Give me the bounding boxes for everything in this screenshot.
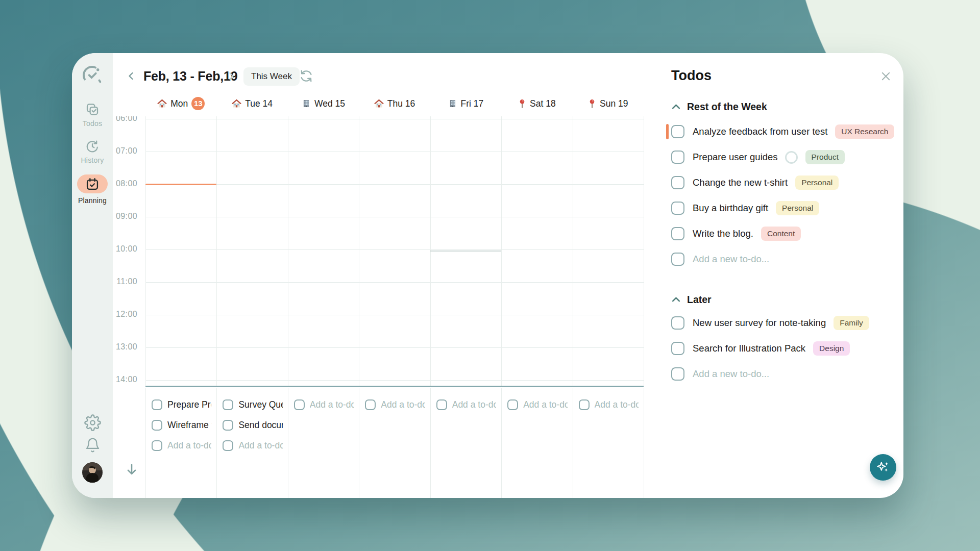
day-header-wed[interactable]: Wed 15 [288,96,359,111]
close-icon [880,70,892,82]
day-header-tue[interactable]: Tue 14 [216,96,287,111]
add-todo-placeholder: Add a new to-do... [693,254,769,265]
todo-checkbox[interactable] [671,253,684,266]
add-new-todo-row[interactable]: Add a new to-do... [671,251,902,268]
hour-gridline [145,282,644,283]
add-todo-placeholder: Add a new to-do... [693,368,769,380]
hour-gridline [145,184,644,185]
todo-checkbox[interactable] [671,176,684,189]
add-todo-row[interactable]: Add a to-do... [507,397,567,412]
todo-tag: Family [834,316,869,330]
add-todo-placeholder: Add a to-do... [452,399,496,410]
column-gridline [430,388,431,498]
todo-checkbox[interactable] [671,316,684,330]
todo-checkbox[interactable] [671,125,684,138]
home-icon [157,99,167,109]
todo-checkbox[interactable] [223,420,233,431]
column-gridline [145,116,146,386]
add-todo-placeholder: Add a to-do... [167,440,211,451]
todo-checkbox[interactable] [436,399,447,410]
section-header-rest-of-week[interactable]: Rest of the Week [671,99,767,114]
todo-item[interactable]: Write the blog.Content [671,225,902,242]
add-todo-row[interactable]: Add a to-do... [579,397,639,412]
notifications-button[interactable] [72,437,113,455]
day-label: Wed 15 [314,98,345,109]
todo-checkbox[interactable] [579,399,590,410]
todo-text: Buy a birthday gift [693,203,768,214]
day-header-sun[interactable]: Sun 19 [573,96,644,111]
timer-ring-icon [785,151,798,164]
todo-checkbox[interactable] [152,420,162,431]
column-gridline [644,388,644,498]
hour-gridline [145,217,644,217]
settings-button[interactable] [72,414,113,433]
avatar-photo [82,462,103,483]
day-todo-item[interactable]: Send docum... [223,418,282,432]
todos-panel-title: Todos [671,68,712,84]
day-todo-item[interactable]: Survey Ques... [223,397,282,412]
refresh-button[interactable] [299,68,314,85]
todo-text: Analyze feedback from user test [693,126,827,137]
todo-text: Send docum... [238,420,282,431]
todo-item[interactable]: Buy a birthday giftPersonal [671,199,902,217]
todo-checkbox[interactable] [365,399,376,410]
todo-checkbox[interactable] [152,440,162,451]
app-logo-icon [72,63,113,89]
hour-gridline [145,347,644,348]
todo-tag: UX Research [835,124,894,139]
add-todo-placeholder: Add a to-do... [381,399,425,410]
todo-checkbox[interactable] [507,399,518,410]
date-range-title: Feb, 13 - Feb,19 [143,69,237,84]
add-todo-row[interactable]: Add a to-do... [294,397,354,412]
this-week-button[interactable]: This Week [243,67,300,86]
prev-week-button[interactable] [125,70,137,84]
desktop-background: { "sidebar": { "items": [ {"label": "Tod… [0,0,980,551]
todo-item[interactable]: Analyze feedback from user testUX Resear… [671,123,902,140]
time-label: 06:00 [72,116,137,123]
day-label: Mon [170,98,188,109]
add-todo-row[interactable]: Add a to-do... [152,438,211,453]
todo-checkbox[interactable] [671,342,684,355]
day-todo-item[interactable]: Wireframe f... [152,418,211,432]
app-window: Todos History Planning [72,53,903,498]
time-label: 07:00 [72,146,137,156]
todo-item[interactable]: Prepare user guidesProduct [671,148,902,166]
day-header-thu[interactable]: Thu 16 [359,96,430,111]
day-todo-item[interactable]: Prepare Pres... [152,397,211,412]
day-label: Tue 14 [245,98,273,109]
add-todo-row[interactable]: Add a to-do... [223,438,282,453]
todo-checkbox[interactable] [294,399,305,410]
column-gridline [359,388,359,498]
todo-item[interactable]: Change the new t-shirtPersonal [671,174,902,191]
section-header-later[interactable]: Later [671,292,712,307]
todo-checkbox[interactable] [223,440,233,451]
scroll-down-button[interactable] [125,462,139,478]
column-gridline [216,388,217,498]
todo-checkbox[interactable] [671,151,684,164]
todo-checkbox[interactable] [152,399,162,410]
home-icon [374,99,384,109]
todo-checkbox[interactable] [671,202,684,215]
todo-checkbox[interactable] [223,399,233,410]
close-panel-button[interactable] [880,70,892,84]
time-label: 10:00 [72,244,137,254]
todo-item[interactable]: New user survey for note-takingFamily [671,314,902,332]
today-badge: 13 [191,97,205,110]
day-header-mon[interactable]: Mon13 [145,96,216,111]
day-header-sat[interactable]: Sat 18 [501,96,572,111]
add-todo-row[interactable]: Add a to-do... [365,397,425,412]
add-new-todo-row[interactable]: Add a new to-do... [671,365,902,383]
todo-item[interactable]: Search for Illustration PackDesign [671,340,902,357]
section-title: Later [687,294,712,306]
todo-tag: Design [813,341,850,356]
ai-assistant-button[interactable] [870,454,896,481]
user-avatar[interactable] [82,462,103,483]
todo-checkbox[interactable] [671,227,684,240]
todo-text: Wireframe f... [167,420,211,431]
next-week-button[interactable] [225,70,237,84]
time-label: 14:00 [72,375,137,384]
todo-text: Write the blog. [693,228,753,239]
day-header-fri[interactable]: Fri 17 [430,96,501,111]
todo-checkbox[interactable] [671,367,684,381]
add-todo-row[interactable]: Add a to-do... [436,397,496,412]
